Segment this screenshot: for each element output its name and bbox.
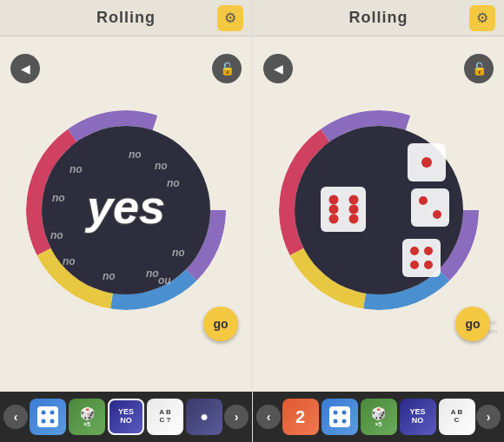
svg-point-43: [348, 204, 358, 214]
toolbar-item-abc[interactable]: A B C ?: [147, 399, 183, 435]
right-title: Rolling: [349, 9, 408, 27]
svg-point-40: [328, 195, 338, 204]
svg-point-33: [433, 210, 441, 219]
left-lock-button[interactable]: 🔓: [212, 54, 242, 83]
svg-point-22: [50, 419, 55, 424]
right-content: ◀ 🔓: [253, 36, 504, 392]
right-spinner-ring-svg: [279, 110, 479, 310]
svg-point-41: [348, 195, 358, 204]
right-toolbar-prev[interactable]: ‹: [256, 405, 281, 429]
svg-point-37: [410, 261, 419, 269]
right-share-icon: ◀: [274, 62, 283, 76]
right-toolbar-item-num2[interactable]: 2: [282, 399, 319, 435]
svg-point-44: [328, 214, 338, 223]
right-toolbar-next[interactable]: ›: [476, 405, 501, 429]
svg-point-32: [419, 196, 428, 205]
svg-rect-31: [411, 188, 449, 227]
left-share-button[interactable]: ◀: [10, 54, 40, 83]
svg-point-49: [333, 419, 337, 424]
left-content: ◀ 🔓 no no no: [0, 36, 252, 392]
right-toolbar-item-abc[interactable]: A B C: [439, 399, 475, 435]
svg-text:no: no: [63, 255, 76, 267]
svg-text:yes: yes: [84, 181, 165, 233]
lock-icon: 🔓: [220, 62, 235, 76]
svg-point-19: [42, 411, 46, 415]
right-panel: Rolling ⚙ ◀ 🔓: [252, 0, 504, 442]
svg-point-48: [342, 411, 346, 415]
svg-point-35: [410, 247, 419, 255]
gear-icon: ⚙: [224, 10, 236, 26]
svg-point-36: [424, 247, 433, 255]
svg-point-50: [342, 419, 346, 424]
spinner-ring-svg: no no no no no no no no no no ou yes: [26, 110, 226, 310]
svg-point-47: [333, 411, 337, 415]
left-title: Rolling: [96, 9, 156, 27]
svg-point-20: [50, 411, 55, 415]
toolbar-item-multidice[interactable]: 🎲 ×5: [69, 399, 105, 435]
svg-rect-39: [321, 187, 366, 232]
svg-rect-46: [329, 406, 350, 427]
right-toolbar-item-yesno[interactable]: YES NO: [400, 399, 436, 435]
svg-text:no: no: [70, 163, 83, 175]
svg-text:no: no: [146, 267, 159, 280]
right-toolbar: ‹ 2 🎲 ×5 YES NO: [253, 392, 504, 442]
right-header: Rolling ⚙: [253, 0, 504, 36]
right-go-button[interactable]: go: [455, 307, 490, 341]
right-toolbar-items: 2 🎲 ×5 YES NO A B C: [282, 399, 475, 435]
right-toolbar-item-dice[interactable]: [322, 399, 358, 435]
svg-text:no: no: [103, 270, 116, 282]
svg-point-21: [42, 419, 46, 424]
svg-rect-34: [402, 239, 441, 277]
svg-rect-18: [37, 406, 58, 427]
left-toolbar-prev[interactable]: ‹: [3, 405, 28, 429]
toolbar-item-more[interactable]: ●: [186, 399, 222, 435]
right-toolbar-item-multidice[interactable]: 🎲 ×5: [361, 399, 397, 435]
svg-point-45: [348, 214, 358, 223]
svg-text:no: no: [155, 160, 168, 172]
right-gear-button[interactable]: ⚙: [469, 5, 495, 31]
svg-text:no: no: [167, 177, 180, 189]
left-go-button[interactable]: go: [203, 307, 238, 341]
svg-text:no: no: [129, 148, 142, 161]
left-toolbar-next[interactable]: ›: [224, 405, 249, 429]
right-share-button[interactable]: ◀: [263, 54, 293, 83]
left-spinner[interactable]: no no no no no no no no no no ou yes: [26, 110, 226, 310]
share-icon: ◀: [21, 62, 30, 76]
right-spinner[interactable]: [279, 110, 479, 310]
right-gear-icon: ⚙: [476, 10, 488, 26]
right-lock-button[interactable]: 🔓: [464, 54, 494, 83]
svg-text:no: no: [172, 247, 185, 259]
svg-point-42: [328, 204, 338, 214]
left-header: Rolling ⚙: [0, 0, 252, 36]
left-toolbar: ‹ 🎲 ×5 YES NO A B: [0, 392, 252, 442]
svg-point-38: [424, 261, 433, 269]
toolbar-item-yesno[interactable]: YES NO: [108, 399, 144, 435]
left-toolbar-items: 🎲 ×5 YES NO A B C ? ●: [30, 399, 222, 435]
toolbar-item-dice[interactable]: [30, 399, 66, 435]
svg-text:ou: ou: [158, 274, 171, 287]
left-panel: Rolling ⚙ ◀ 🔓: [0, 0, 252, 442]
svg-text:no: no: [50, 229, 63, 241]
left-gear-button[interactable]: ⚙: [217, 5, 243, 31]
right-lock-icon: 🔓: [472, 62, 487, 76]
svg-point-30: [421, 157, 432, 168]
svg-text:no: no: [52, 192, 65, 204]
